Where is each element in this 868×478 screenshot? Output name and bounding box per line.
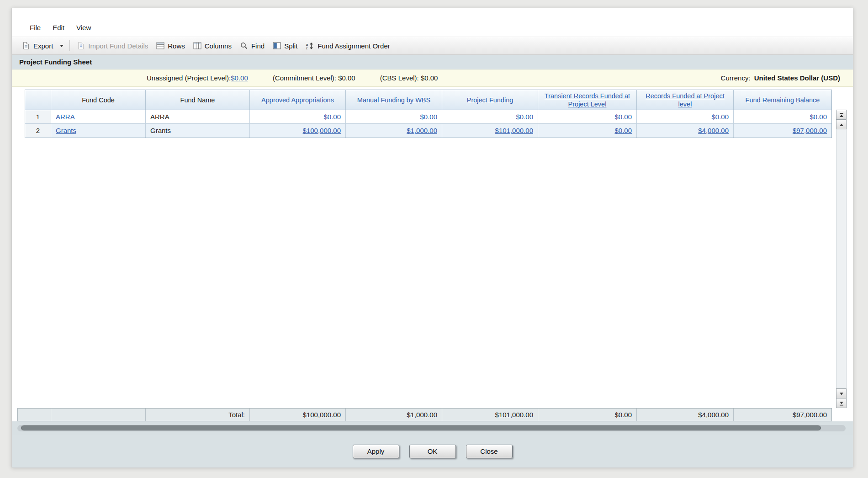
find-button[interactable]: Find — [236, 40, 269, 52]
column-header-approved-appropriations[interactable]: Approved Appropriations — [261, 96, 334, 104]
horizontal-scrollbar-area — [12, 421, 853, 435]
total-transient-records: $0.00 — [538, 409, 637, 421]
triangle-up-icon — [839, 121, 844, 128]
triangle-up-bar-icon — [839, 111, 844, 119]
manual-funding-link[interactable]: $1,000.00 — [407, 127, 437, 134]
currency-label: Currency: — [721, 74, 751, 82]
toolbar: Export Import Fund Details Rows Columns — [12, 37, 853, 55]
menu-edit[interactable]: Edit — [47, 22, 70, 33]
menu-file[interactable]: File — [24, 22, 47, 33]
total-fund-remaining-balance: $97,000.00 — [734, 409, 831, 421]
project-funding-link[interactable]: $101,000.00 — [495, 127, 533, 134]
records-funded-link[interactable]: $0.00 — [711, 113, 729, 121]
row-number: 1 — [25, 110, 51, 123]
column-header-fund-remaining-balance[interactable]: Fund Remaining Balance — [746, 96, 820, 104]
total-approved-appropriations: $100,000.00 — [250, 409, 346, 421]
fund-code-link[interactable]: ARRA — [56, 113, 75, 121]
split-icon — [273, 42, 281, 49]
unassigned-project-level: Unassigned (Project Level):$0.00 — [147, 74, 248, 82]
commitment-level-text: (Commitment Level): $0.00 — [273, 74, 355, 82]
import-fund-details-label: Import Fund Details — [88, 42, 148, 50]
vertical-scrollbar[interactable] — [836, 110, 847, 408]
fund-code-link[interactable]: Grants — [56, 127, 76, 134]
total-row: Total: $100,000.00 $1,000.00 $101,000.00… — [17, 408, 832, 421]
fund-name-cell: ARRA — [146, 110, 250, 123]
unassigned-project-value-link[interactable]: $0.00 — [231, 74, 248, 82]
ok-button[interactable]: OK — [409, 445, 456, 458]
total-label: Total: — [146, 409, 250, 421]
chevron-down-icon — [60, 45, 64, 47]
columns-label: Columns — [205, 42, 232, 50]
fund-remaining-balance-link[interactable]: $97,000.00 — [793, 127, 827, 134]
table-row: 1 ARRA ARRA $0.00 $0.00 $0.00 $0.00 $0.0… — [25, 110, 831, 124]
scroll-up-button[interactable] — [836, 119, 847, 129]
total-manual-funding: $1,000.00 — [346, 409, 442, 421]
scroll-to-top-button[interactable] — [836, 110, 847, 120]
export-label: Export — [33, 42, 53, 50]
row-number: 2 — [25, 124, 51, 138]
menu-view[interactable]: View — [70, 22, 97, 33]
find-label: Find — [251, 42, 265, 50]
fund-assignment-order-button[interactable]: az Fund Assignment Order — [302, 40, 394, 52]
split-button[interactable]: Split — [269, 40, 302, 52]
rows-label: Rows — [168, 42, 185, 50]
project-funding-sheet-window: File Edit View Export Import Fund Detail… — [11, 8, 853, 468]
table-row: 2 Grants Grants $100,000.00 $1,000.00 $1… — [25, 124, 831, 138]
split-label: Split — [284, 42, 297, 50]
project-funding-link[interactable]: $0.00 — [516, 113, 533, 121]
sort-order-icon: az — [306, 42, 314, 50]
triangle-down-icon — [839, 390, 844, 398]
horizontal-scroll-track[interactable] — [17, 425, 846, 431]
column-header-transient-records[interactable]: Transient Records Funded at Project Leve… — [541, 92, 634, 108]
summary-left: Unassigned (Project Level):$0.00 (Commit… — [147, 74, 438, 82]
total-spacer-cell — [18, 409, 51, 421]
search-icon — [240, 42, 248, 50]
columns-button[interactable]: Columns — [189, 40, 236, 52]
column-header-fund-code: Fund Code — [82, 96, 115, 104]
scroll-to-bottom-button[interactable] — [836, 398, 847, 408]
scroll-down-button[interactable] — [836, 388, 847, 398]
fund-name-cell: Grants — [146, 124, 250, 138]
column-header-records-funded[interactable]: Records Funded at Project level — [640, 92, 730, 108]
sheet-title-bar: Project Funding Sheet — [12, 55, 853, 69]
unassigned-project-label: Unassigned (Project Level): — [147, 74, 231, 82]
apply-button[interactable]: Apply — [353, 445, 399, 458]
triangle-down-bar-icon — [839, 399, 844, 407]
rows-icon — [156, 42, 164, 49]
column-header-fund-name: Fund Name — [180, 96, 215, 104]
column-header-manual-funding-by-wbs[interactable]: Manual Funding by WBS — [357, 96, 430, 104]
close-button[interactable]: Close — [466, 445, 513, 458]
export-button[interactable]: Export — [18, 40, 57, 52]
horizontal-scroll-thumb[interactable] — [21, 425, 821, 430]
approved-appropriations-link[interactable]: $100,000.00 — [303, 127, 341, 134]
svg-text:z: z — [306, 46, 308, 50]
approved-appropriations-link[interactable]: $0.00 — [323, 113, 341, 121]
toolbar-separator — [69, 40, 70, 51]
row-number-column-header — [25, 90, 51, 110]
export-icon — [22, 42, 30, 50]
import-fund-details-button: Import Fund Details — [73, 40, 152, 52]
export-dropdown-button[interactable] — [57, 43, 66, 49]
cbs-level-text: (CBS Level): $0.00 — [380, 74, 438, 82]
menu-bar: File Edit View — [12, 8, 853, 37]
funding-table: Fund Code Fund Name Approved Appropriati… — [25, 90, 832, 138]
table-header-row: Fund Code Fund Name Approved Appropriati… — [25, 90, 831, 110]
manual-funding-link[interactable]: $0.00 — [420, 113, 437, 121]
records-funded-link[interactable]: $4,000.00 — [698, 127, 729, 134]
transient-records-link[interactable]: $0.00 — [614, 127, 632, 134]
column-header-project-funding[interactable]: Project Funding — [467, 96, 513, 104]
transient-records-link[interactable]: $0.00 — [614, 113, 632, 121]
total-spacer-cell — [51, 409, 146, 421]
import-icon — [77, 42, 85, 50]
rows-button[interactable]: Rows — [152, 40, 189, 52]
currency-area: Currency: United States Dollar (USD) — [721, 74, 840, 82]
fund-remaining-balance-link[interactable]: $0.00 — [810, 113, 827, 121]
vertical-scroll-track[interactable] — [836, 129, 846, 389]
fund-assignment-order-label: Fund Assignment Order — [318, 42, 390, 50]
total-records-funded: $4,000.00 — [637, 409, 734, 421]
summary-bar: Unassigned (Project Level):$0.00 (Commit… — [12, 69, 853, 87]
footer-bar: Apply OK Close — [12, 435, 853, 467]
page-title: Project Funding Sheet — [19, 58, 92, 66]
total-project-funding: $101,000.00 — [442, 409, 538, 421]
currency-value: United States Dollar (USD) — [754, 74, 840, 82]
